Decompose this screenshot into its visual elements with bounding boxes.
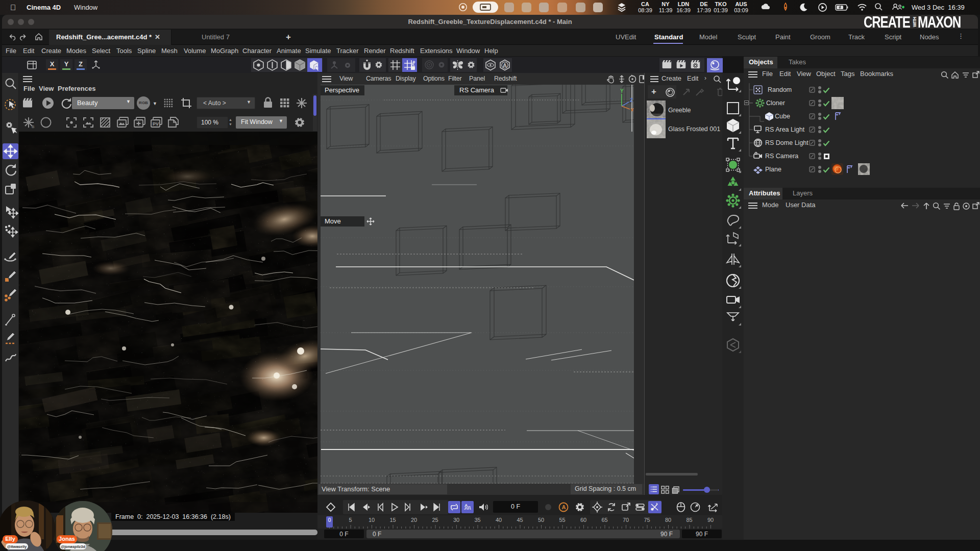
svg-text:Y: Y [620, 89, 624, 94]
svg-text:Z: Z [630, 97, 633, 103]
svg-text:A: A [562, 504, 566, 510]
svg-text:PV: PV [153, 121, 159, 127]
svg-text:B: B [32, 124, 34, 129]
svg-text:X: X [630, 108, 634, 111]
svg-text:A: A [503, 62, 507, 68]
